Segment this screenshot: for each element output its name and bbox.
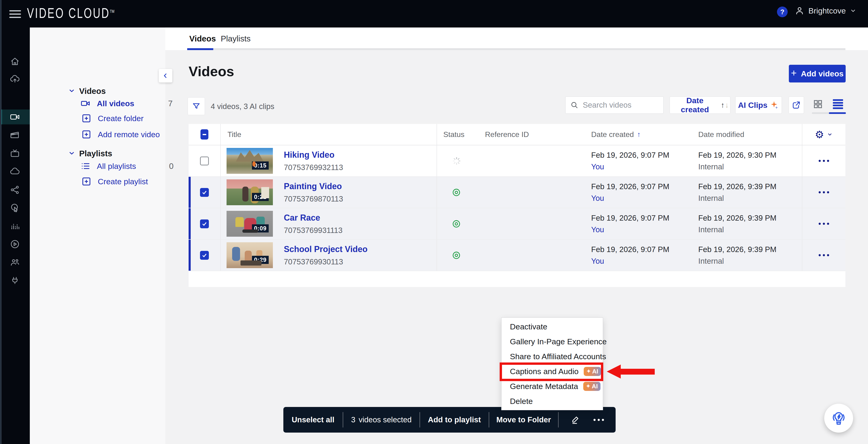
rail-cloud-icon[interactable] <box>0 164 30 179</box>
select-all-checkbox[interactable] <box>200 129 208 140</box>
edit-pencil-icon[interactable] <box>570 415 581 425</box>
sort-button[interactable]: Date created ↑↓ <box>670 96 731 114</box>
filter-button[interactable] <box>188 97 205 115</box>
date-created-cell: Feb 19, 2026, 9:07 PM You <box>591 208 698 239</box>
video-title-link[interactable]: Hiking Video <box>284 150 343 160</box>
sidebar-item-all-playlists[interactable]: All playlists 0 <box>80 160 136 172</box>
column-header-reference[interactable]: Reference ID <box>485 124 591 145</box>
active-status-icon <box>452 187 461 197</box>
video-thumbnail[interactable]: 0:15 <box>226 148 273 174</box>
plus-square-icon <box>81 129 92 140</box>
column-header-date-created[interactable]: Date created↑ <box>591 124 698 145</box>
tab-playlists[interactable]: Playlists <box>221 34 251 43</box>
rail-video-camera-icon[interactable] <box>0 110 30 124</box>
rail-tv-icon[interactable] <box>0 146 30 161</box>
video-thumbnail[interactable]: 0:29 <box>226 242 273 268</box>
sidebar-collapse-button[interactable] <box>159 69 172 83</box>
menu-item-generate-metadata[interactable]: Generate Metadata ✦ AI <box>501 379 603 394</box>
row-actions-menu-button[interactable] <box>819 160 829 162</box>
content-tab-strip: Videos Playlists <box>165 28 868 50</box>
sidebar-section-videos[interactable]: Videos <box>79 85 106 97</box>
help-button[interactable]: ? <box>777 6 788 17</box>
share-out-icon <box>792 100 801 110</box>
hamburger-menu-icon[interactable] <box>9 10 21 18</box>
sidebar-item-create-folder[interactable]: Create folder <box>81 113 144 124</box>
created-by-link[interactable]: You <box>591 194 698 203</box>
search-input[interactable] <box>582 100 653 110</box>
more-actions-button[interactable] <box>593 419 604 421</box>
move-to-folder-button[interactable]: Move to Folder <box>489 407 558 433</box>
video-id: 70753769932113 <box>284 163 343 172</box>
menu-item-gallery-in-page-experience[interactable]: Gallery In-Page Experience <box>501 334 603 349</box>
add-to-playlist-button[interactable]: Add to playlist <box>420 407 489 433</box>
menu-item-delete[interactable]: Delete <box>501 394 603 409</box>
rail-audience-icon[interactable] <box>0 255 30 270</box>
duration-badge: 0:29 <box>252 256 269 264</box>
column-header-status[interactable]: Status <box>437 124 485 145</box>
feedback-idea-button[interactable] <box>824 404 853 433</box>
table-header-row: Title Status Reference ID Date created↑ … <box>189 124 845 145</box>
sidebar-section-playlists[interactable]: Playlists <box>79 148 112 159</box>
rail-plug-icon[interactable] <box>0 273 30 288</box>
row-checkbox[interactable] <box>200 219 209 228</box>
video-thumbnail[interactable]: 0:09 <box>226 211 273 237</box>
selection-count: 3videos selected <box>343 407 420 433</box>
status-cell <box>437 208 485 239</box>
result-summary: 4 videos, 3 AI clips <box>211 102 274 111</box>
reference-id-cell <box>485 240 591 271</box>
menu-item-deactivate[interactable]: Deactivate <box>501 319 603 334</box>
video-title-link[interactable]: Car Race <box>284 213 342 223</box>
chevron-down-icon <box>849 7 857 14</box>
column-settings[interactable]: ⚙ <box>802 124 845 145</box>
video-title-link[interactable]: Painting Video <box>284 181 343 191</box>
reference-id-cell <box>485 177 591 208</box>
add-videos-button[interactable]: + Add videos <box>789 65 846 83</box>
table-row: 0:15 Hiking Video 70753769932113 Feb 19,… <box>189 145 845 177</box>
rail-upload-icon[interactable] <box>0 71 30 87</box>
row-actions-menu-button[interactable] <box>819 254 829 256</box>
sort-arrow-up-icon: ↑ <box>721 101 724 110</box>
list-view-button[interactable] <box>833 99 843 109</box>
row-checkbox[interactable] <box>200 156 209 166</box>
video-cloud-logo: VIDEO CLOUDTM <box>27 5 114 21</box>
unselect-all-button[interactable]: Unselect all <box>283 407 343 433</box>
menu-item-share-to-affiliated-accounts[interactable]: Share to Affiliated Accounts <box>501 349 603 364</box>
tab-videos[interactable]: Videos <box>189 34 216 43</box>
created-by-link[interactable]: You <box>591 162 698 171</box>
sidebar-item-create-playlist[interactable]: Create playlist <box>81 176 148 187</box>
video-title-link[interactable]: School Project Video <box>284 244 367 254</box>
search-icon <box>570 101 579 109</box>
sidebar-item-all-videos[interactable]: All videos 7 <box>80 98 134 109</box>
row-actions-menu-button[interactable] <box>819 223 829 225</box>
grid-view-button[interactable] <box>813 99 823 110</box>
table-row: 0:29 School Project Video 70753769930113… <box>189 240 845 271</box>
rail-analytics-icon[interactable] <box>0 218 30 233</box>
video-camera-icon <box>80 98 91 109</box>
column-header-title[interactable]: Title <box>220 124 437 145</box>
menu-item-captions-and-audio[interactable]: Captions and Audio ✦ AI <box>501 364 603 379</box>
rail-share-icon[interactable] <box>0 182 30 198</box>
row-actions-menu-button[interactable] <box>819 191 829 194</box>
account-menu[interactable]: Brightcove <box>795 6 857 16</box>
rail-interactivity-icon[interactable] <box>0 200 30 215</box>
video-thumbnail[interactable]: 0:22 <box>226 179 273 205</box>
created-by-link[interactable]: You <box>591 257 698 266</box>
processing-spinner-icon <box>452 156 462 166</box>
reference-id-cell <box>485 145 591 176</box>
created-by-link[interactable]: You <box>591 225 698 234</box>
rail-clapperboard-icon[interactable] <box>0 127 30 143</box>
rail-home-icon[interactable] <box>0 54 30 69</box>
rail-play-icon[interactable] <box>0 236 30 252</box>
table-row: 0:09 Car Race 70753769931113 Feb 19, 202… <box>189 208 845 240</box>
table-footer-spacer <box>189 271 845 287</box>
date-created-cell: Feb 19, 2026, 9:07 PM You <box>591 240 698 271</box>
sidebar-item-add-remote-video[interactable]: Add remote video <box>81 128 160 140</box>
export-button[interactable] <box>788 96 804 114</box>
grid-icon <box>813 99 823 110</box>
row-checkbox[interactable] <box>200 251 209 260</box>
column-header-date-modified[interactable]: Date modified <box>698 124 802 145</box>
row-checkbox[interactable] <box>200 188 209 197</box>
view-toggle-track[interactable] <box>812 112 846 114</box>
view-toggle-active <box>829 112 846 114</box>
ai-clips-button[interactable]: AI Clips <box>735 96 782 114</box>
